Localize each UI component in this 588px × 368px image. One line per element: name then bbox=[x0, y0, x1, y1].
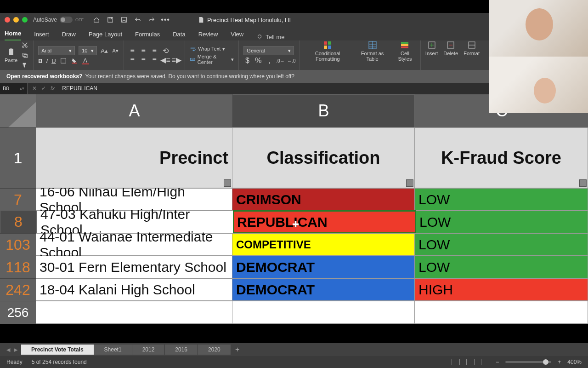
font-size-select[interactable]: 10▾ bbox=[79, 46, 97, 55]
fx-icon[interactable]: fx bbox=[51, 85, 55, 92]
cell-classification[interactable]: REPUBLICAN bbox=[233, 211, 416, 233]
zoom-in-icon[interactable]: + bbox=[558, 359, 561, 365]
font-color-icon[interactable]: A bbox=[82, 57, 89, 64]
border-icon[interactable] bbox=[60, 57, 67, 64]
fill-color-icon[interactable] bbox=[71, 57, 78, 64]
toggle-switch-icon[interactable] bbox=[60, 17, 73, 23]
name-box[interactable]: B8▴▾ bbox=[0, 83, 28, 94]
cell-score[interactable]: LOW bbox=[415, 256, 588, 278]
sheet-tab[interactable]: 2016 bbox=[165, 345, 198, 355]
sheet-tab[interactable]: Sheet1 bbox=[94, 345, 132, 355]
row-header[interactable]: 242 bbox=[0, 278, 36, 301]
header-cell-score[interactable]: K-Fraud Score bbox=[415, 127, 588, 188]
col-header-a[interactable]: A bbox=[36, 94, 232, 127]
cell-styles-button[interactable]: Cell Styles bbox=[394, 40, 416, 70]
bold-button[interactable]: B bbox=[38, 58, 42, 64]
add-sheet-button[interactable]: + bbox=[231, 345, 244, 354]
filter-icon[interactable] bbox=[406, 179, 413, 187]
formula-input[interactable]: REPUBLICAN bbox=[59, 85, 97, 92]
page-break-view-icon[interactable] bbox=[481, 359, 489, 365]
cell-score[interactable]: HIGH bbox=[415, 278, 588, 301]
delete-cells-button[interactable]: Delete bbox=[443, 40, 458, 70]
close-window-icon[interactable] bbox=[5, 17, 10, 23]
row-header[interactable]: 103 bbox=[0, 233, 36, 256]
tell-me-search[interactable]: Tell me bbox=[256, 34, 284, 40]
percent-icon[interactable]: % bbox=[254, 57, 262, 64]
spreadsheet-grid[interactable]: A B C 1 Precinct Classification K-Fraud … bbox=[0, 94, 588, 343]
cell[interactable] bbox=[36, 301, 232, 324]
cut-icon[interactable] bbox=[21, 41, 28, 49]
autosave-toggle[interactable]: AutoSave OFF bbox=[33, 17, 84, 23]
cell[interactable] bbox=[415, 301, 588, 324]
row-header[interactable]: 8 bbox=[0, 211, 37, 233]
save-as-icon[interactable] bbox=[120, 16, 128, 23]
cell-classification[interactable]: COMPETITIVE bbox=[232, 233, 415, 256]
more-icon[interactable]: ••• bbox=[162, 16, 169, 23]
cancel-formula-icon[interactable]: ✕ bbox=[32, 85, 37, 92]
row-header-1[interactable]: 1 bbox=[0, 127, 36, 188]
cell-score[interactable]: LOW bbox=[416, 211, 588, 233]
wrap-text-button[interactable]: Wrap Text▾ bbox=[190, 46, 234, 52]
align-bottom-icon[interactable]: ≡ bbox=[151, 47, 158, 54]
format-cells-button[interactable]: Format bbox=[464, 40, 480, 70]
cell-classification[interactable]: DEMOCRAT bbox=[232, 278, 415, 301]
decrease-font-icon[interactable]: A▾ bbox=[112, 47, 119, 54]
currency-icon[interactable]: $ bbox=[243, 57, 251, 64]
select-all-corner[interactable] bbox=[0, 94, 36, 127]
italic-button[interactable]: I bbox=[46, 58, 48, 64]
increase-decimal-icon[interactable]: .0→ bbox=[277, 57, 284, 64]
cell-score[interactable]: LOW bbox=[415, 233, 588, 256]
number-format-select[interactable]: General▾ bbox=[243, 46, 294, 55]
align-right-icon[interactable]: ≡ bbox=[151, 56, 158, 63]
accept-formula-icon[interactable]: ✓ bbox=[41, 85, 46, 92]
tab-page-layout[interactable]: Page Layout bbox=[89, 28, 122, 40]
cell-score[interactable]: LOW bbox=[415, 188, 588, 211]
insert-cells-button[interactable]: Insert bbox=[425, 40, 438, 70]
row-header[interactable]: 256 bbox=[0, 301, 36, 324]
format-painter-icon[interactable] bbox=[21, 62, 28, 69]
align-top-icon[interactable]: ≡ bbox=[129, 47, 136, 54]
header-cell-precinct[interactable]: Precinct bbox=[36, 127, 232, 188]
tab-data[interactable]: Data bbox=[173, 28, 185, 40]
zoom-slider[interactable] bbox=[505, 361, 551, 363]
row-header[interactable]: 7 bbox=[0, 188, 36, 211]
zoom-level[interactable]: 400% bbox=[567, 359, 582, 365]
normal-view-icon[interactable] bbox=[452, 359, 460, 365]
increase-font-icon[interactable]: A▴ bbox=[101, 47, 108, 54]
maximize-window-icon[interactable] bbox=[22, 17, 28, 23]
conditional-formatting-button[interactable]: Conditional Formatting bbox=[305, 40, 351, 70]
font-name-select[interactable]: Arial▾ bbox=[38, 46, 75, 55]
tab-review[interactable]: Review bbox=[198, 28, 218, 40]
page-layout-view-icon[interactable] bbox=[466, 359, 475, 365]
col-header-b[interactable]: B bbox=[232, 94, 415, 127]
home-icon[interactable] bbox=[93, 16, 100, 23]
next-sheet-icon[interactable]: ▶ bbox=[14, 347, 17, 353]
decrease-indent-icon[interactable]: ◀≡ bbox=[162, 56, 169, 63]
align-left-icon[interactable]: ≡ bbox=[129, 56, 136, 63]
cell-precinct[interactable]: 44-01 Waianae Intermediate School bbox=[36, 233, 232, 256]
header-cell-classification[interactable]: Classification bbox=[232, 127, 415, 188]
tab-insert[interactable]: Insert bbox=[34, 28, 49, 40]
underline-button[interactable]: U bbox=[51, 58, 56, 64]
cell-precinct[interactable]: 18-04 Kalani High School bbox=[36, 278, 232, 301]
filter-icon[interactable] bbox=[579, 179, 587, 187]
tab-formulas[interactable]: Formulas bbox=[135, 28, 160, 40]
align-middle-icon[interactable]: ≡ bbox=[140, 47, 147, 54]
recovery-bar[interactable]: Open recovered workbooks? Your recent ch… bbox=[0, 70, 489, 83]
cell[interactable] bbox=[232, 301, 415, 324]
cell-classification[interactable]: DEMOCRAT bbox=[232, 256, 415, 278]
tab-home[interactable]: Home bbox=[5, 27, 21, 40]
minimize-window-icon[interactable] bbox=[13, 17, 19, 23]
sheet-nav-arrows[interactable]: ◀▶ bbox=[3, 347, 21, 353]
decrease-decimal-icon[interactable]: ←.0 bbox=[288, 57, 295, 64]
zoom-out-icon[interactable]: − bbox=[496, 359, 499, 365]
save-icon[interactable] bbox=[107, 16, 114, 23]
tab-draw[interactable]: Draw bbox=[62, 28, 76, 40]
merge-center-button[interactable]: Merge & Center▾ bbox=[190, 54, 234, 65]
orientation-icon[interactable]: ⟲ bbox=[162, 47, 169, 54]
undo-icon[interactable] bbox=[134, 16, 141, 23]
sheet-tab[interactable]: Precinct Vote Totals bbox=[21, 345, 94, 355]
copy-icon[interactable] bbox=[21, 52, 28, 59]
redo-icon[interactable] bbox=[148, 16, 155, 23]
sheet-tab[interactable]: 2020 bbox=[198, 345, 231, 355]
